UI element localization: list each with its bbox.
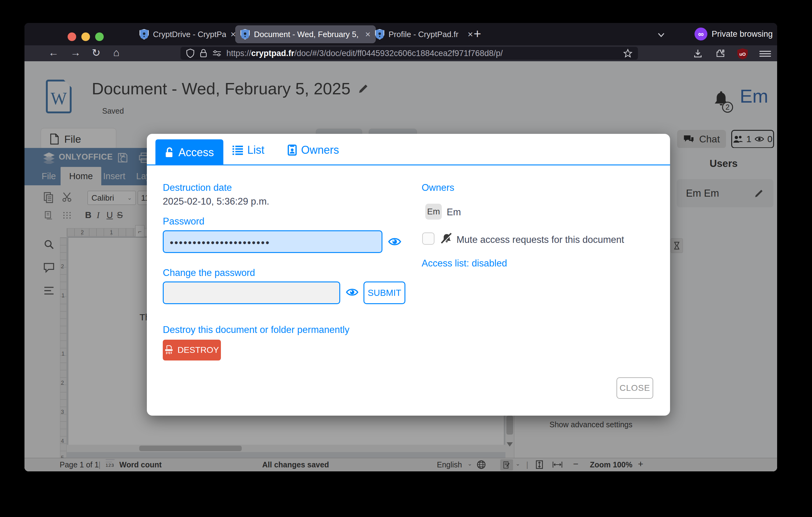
macos-zoom-button[interactable]: [95, 32, 104, 41]
permissions-icon[interactable]: [212, 50, 222, 57]
destruction-date-label: Destruction date: [163, 182, 232, 193]
reveal-password-eye-icon[interactable]: [388, 236, 401, 247]
tab-close-icon[interactable]: ×: [467, 29, 473, 39]
tab-close-icon[interactable]: ×: [230, 29, 236, 39]
destruction-date-value: 2025-02-10, 5:36:29 p.m.: [163, 196, 269, 207]
bookmark-star-icon[interactable]: [623, 49, 632, 58]
access-list-link[interactable]: Access list: disabled: [422, 258, 507, 269]
owner-name: Em: [447, 207, 461, 218]
shredder-icon: [165, 345, 173, 355]
list-icon: [233, 145, 243, 155]
back-button[interactable]: ←: [48, 47, 59, 58]
destroy-label: Destroy this document or folder permanen…: [163, 324, 349, 335]
unlock-icon: [165, 147, 174, 158]
page-viewport: W Document - Wed, February 5, 2025 Saved…: [25, 61, 777, 471]
modal-tab-owners[interactable]: Owners: [288, 144, 339, 157]
url-text[interactable]: https://cryptpad.fr/doc/#/3/doc/edit/ff0…: [226, 49, 503, 58]
modal-tab-access[interactable]: Access: [155, 139, 223, 165]
id-card-icon: [288, 144, 297, 156]
ublock-origin-icon[interactable]: uO: [737, 48, 748, 59]
menu-hamburger-icon[interactable]: [759, 50, 771, 58]
modal-tab-list[interactable]: List: [233, 144, 264, 157]
password-label: Password: [163, 216, 204, 227]
change-password-label: Change the password: [163, 267, 255, 278]
extensions-puzzle-icon[interactable]: [715, 48, 725, 58]
macos-close-button[interactable]: [68, 32, 76, 41]
cryptpad-favicon: [140, 29, 149, 39]
private-mask-icon: ∞: [695, 28, 707, 40]
tab-close-icon[interactable]: ×: [365, 29, 371, 39]
cryptpad-favicon: [375, 29, 384, 39]
tab-title: Profile - CryptPad.fr: [388, 30, 463, 39]
tab-cryptdrive[interactable]: CryptDrive - CryptPad.fr ×: [135, 26, 241, 43]
downloads-icon[interactable]: [693, 48, 703, 58]
password-field[interactable]: ••••••••••••••••••••••: [163, 230, 382, 253]
tab-title: CryptDrive - CryptPad.fr: [153, 30, 226, 39]
tab-document-active[interactable]: Document - Wed, February 5, 2025 ×: [236, 26, 375, 43]
tracking-shield-icon[interactable]: [186, 49, 195, 58]
reveal-new-password-eye-icon[interactable]: [346, 287, 358, 297]
forward-button[interactable]: →: [70, 47, 81, 58]
access-modal: Access List Owners: [147, 134, 670, 416]
chevron-down-icon[interactable]: [657, 31, 665, 39]
mute-access-checkbox[interactable]: [422, 233, 434, 245]
lock-icon[interactable]: [200, 49, 207, 58]
owners-label: Owners: [422, 182, 454, 193]
tab-title: Document - Wed, February 5, 2025: [254, 30, 361, 39]
url-bar[interactable]: https://cryptpad.fr/doc/#/3/doc/edit/ff0…: [180, 47, 638, 60]
new-password-field[interactable]: [163, 281, 340, 304]
close-button[interactable]: CLOSE: [616, 377, 653, 399]
owner-badge: Em: [425, 204, 442, 220]
reload-button[interactable]: ↻: [92, 47, 101, 59]
macos-minimize-button[interactable]: [81, 32, 90, 41]
destroy-button[interactable]: DESTROY: [163, 340, 221, 360]
submit-button[interactable]: SUBMIT: [364, 281, 405, 304]
mute-access-label: Mute access requests for this document: [457, 234, 624, 245]
tab-profile[interactable]: Profile - CryptPad.fr ×: [370, 26, 478, 43]
bell-slash-icon: [440, 232, 454, 245]
new-tab-button[interactable]: +: [474, 27, 481, 41]
browser-tab-bar: CryptDrive - CryptPad.fr × Document - We…: [25, 23, 777, 45]
modal-tabs-underline: [147, 164, 670, 165]
browser-window: CryptDrive - CryptPad.fr × Document - We…: [25, 23, 777, 471]
browser-navbar: ← → ↻ ⌂ https://cryptpad.fr/doc/#/3/doc/…: [25, 45, 777, 61]
private-browsing-indicator: ∞ Private browsing: [695, 28, 773, 40]
home-button[interactable]: ⌂: [113, 47, 120, 58]
cryptpad-favicon: [240, 29, 250, 39]
private-browsing-label: Private browsing: [712, 29, 773, 39]
